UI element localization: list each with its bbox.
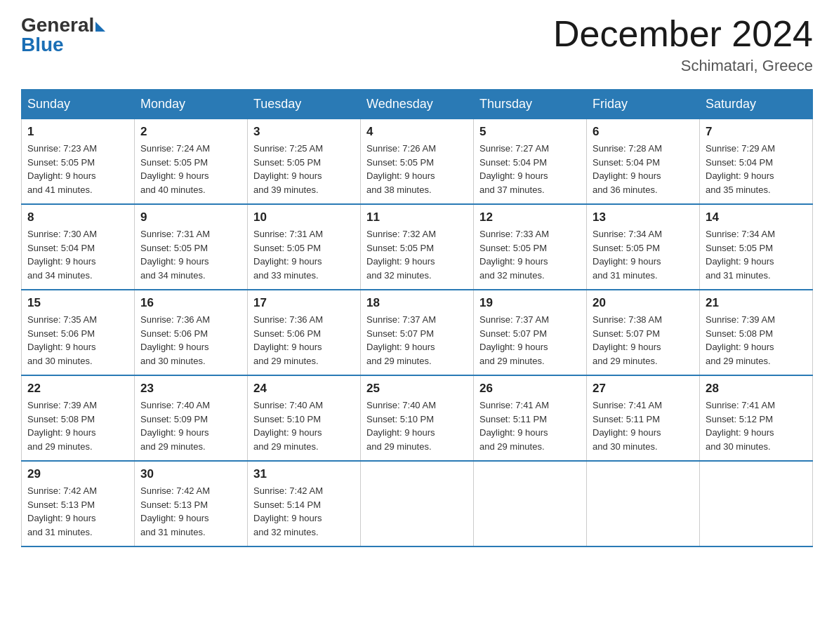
- header-row: Sunday Monday Tuesday Wednesday Thursday…: [22, 90, 813, 119]
- calendar-cell: 10 Sunrise: 7:31 AM Sunset: 5:05 PM Dayl…: [248, 204, 361, 290]
- calendar-cell: 16 Sunrise: 7:36 AM Sunset: 5:06 PM Dayl…: [135, 290, 248, 375]
- calendar-cell: 5 Sunrise: 7:27 AM Sunset: 5:04 PM Dayli…: [474, 119, 587, 205]
- calendar-cell: 18 Sunrise: 7:37 AM Sunset: 5:07 PM Dayl…: [361, 290, 474, 375]
- day-number: 18: [366, 296, 468, 310]
- day-number: 26: [479, 382, 581, 396]
- header-friday: Friday: [587, 90, 700, 119]
- calendar-cell: 19 Sunrise: 7:37 AM Sunset: 5:07 PM Dayl…: [474, 290, 587, 375]
- day-number: 20: [593, 296, 694, 310]
- day-number: 30: [140, 467, 241, 481]
- day-info: Sunrise: 7:34 AM Sunset: 5:05 PM Dayligh…: [593, 227, 694, 282]
- day-number: 4: [366, 125, 468, 139]
- day-info: Sunrise: 7:27 AM Sunset: 5:04 PM Dayligh…: [479, 142, 581, 196]
- day-info: Sunrise: 7:31 AM Sunset: 5:05 PM Dayligh…: [253, 227, 355, 282]
- calendar-cell: 17 Sunrise: 7:36 AM Sunset: 5:06 PM Dayl…: [248, 290, 361, 375]
- calendar-cell: 28 Sunrise: 7:41 AM Sunset: 5:12 PM Dayl…: [700, 375, 813, 461]
- day-number: 31: [253, 467, 355, 481]
- calendar-cell: 24 Sunrise: 7:40 AM Sunset: 5:10 PM Dayl…: [248, 375, 361, 461]
- day-number: 8: [27, 210, 128, 224]
- day-number: 15: [27, 296, 128, 310]
- title-section: December 2024 Schimatari, Greece: [553, 14, 813, 75]
- calendar-cell: 3 Sunrise: 7:25 AM Sunset: 5:05 PM Dayli…: [248, 119, 361, 205]
- calendar-cell: [587, 461, 700, 546]
- calendar-cell: 12 Sunrise: 7:33 AM Sunset: 5:05 PM Dayl…: [474, 204, 587, 290]
- day-info: Sunrise: 7:41 AM Sunset: 5:11 PM Dayligh…: [593, 398, 694, 453]
- day-number: 23: [140, 382, 241, 396]
- day-info: Sunrise: 7:42 AM Sunset: 5:13 PM Dayligh…: [140, 484, 241, 539]
- calendar-cell: 31 Sunrise: 7:42 AM Sunset: 5:14 PM Dayl…: [248, 461, 361, 546]
- calendar-week-row: 29 Sunrise: 7:42 AM Sunset: 5:13 PM Dayl…: [22, 461, 813, 546]
- day-number: 16: [140, 296, 241, 310]
- day-number: 3: [253, 125, 355, 139]
- day-info: Sunrise: 7:23 AM Sunset: 5:05 PM Dayligh…: [27, 142, 128, 196]
- day-info: Sunrise: 7:39 AM Sunset: 5:08 PM Dayligh…: [706, 313, 807, 368]
- day-number: 22: [27, 382, 128, 396]
- calendar-table: Sunday Monday Tuesday Wednesday Thursday…: [21, 89, 813, 547]
- calendar-cell: 14 Sunrise: 7:34 AM Sunset: 5:05 PM Dayl…: [700, 204, 813, 290]
- day-number: 17: [253, 296, 355, 310]
- calendar-cell: [474, 461, 587, 546]
- calendar-cell: 30 Sunrise: 7:42 AM Sunset: 5:13 PM Dayl…: [135, 461, 248, 546]
- calendar-cell: 22 Sunrise: 7:39 AM Sunset: 5:08 PM Dayl…: [22, 375, 135, 461]
- day-number: 1: [27, 125, 128, 139]
- day-number: 2: [140, 125, 241, 139]
- day-info: Sunrise: 7:36 AM Sunset: 5:06 PM Dayligh…: [253, 313, 355, 368]
- day-info: Sunrise: 7:31 AM Sunset: 5:05 PM Dayligh…: [140, 227, 241, 282]
- day-info: Sunrise: 7:41 AM Sunset: 5:11 PM Dayligh…: [479, 398, 581, 453]
- logo-arrow-icon: [95, 22, 105, 32]
- day-number: 11: [366, 210, 468, 224]
- calendar-cell: 20 Sunrise: 7:38 AM Sunset: 5:07 PM Dayl…: [587, 290, 700, 375]
- calendar-cell: [700, 461, 813, 546]
- calendar-cell: 11 Sunrise: 7:32 AM Sunset: 5:05 PM Dayl…: [361, 204, 474, 290]
- calendar-cell: 4 Sunrise: 7:26 AM Sunset: 5:05 PM Dayli…: [361, 119, 474, 205]
- calendar-cell: 8 Sunrise: 7:30 AM Sunset: 5:04 PM Dayli…: [22, 204, 135, 290]
- header-sunday: Sunday: [22, 90, 135, 119]
- day-info: Sunrise: 7:41 AM Sunset: 5:12 PM Dayligh…: [706, 398, 807, 453]
- month-title: December 2024: [553, 14, 813, 54]
- header-tuesday: Tuesday: [248, 90, 361, 119]
- day-number: 25: [366, 382, 468, 396]
- calendar-cell: 1 Sunrise: 7:23 AM Sunset: 5:05 PM Dayli…: [22, 119, 135, 205]
- day-number: 12: [479, 210, 581, 224]
- day-number: 13: [593, 210, 694, 224]
- day-info: Sunrise: 7:40 AM Sunset: 5:09 PM Dayligh…: [140, 398, 241, 453]
- logo-blue: Blue: [21, 34, 64, 56]
- day-info: Sunrise: 7:39 AM Sunset: 5:08 PM Dayligh…: [27, 398, 128, 453]
- day-number: 28: [706, 382, 807, 396]
- day-info: Sunrise: 7:37 AM Sunset: 5:07 PM Dayligh…: [366, 313, 468, 368]
- day-info: Sunrise: 7:33 AM Sunset: 5:05 PM Dayligh…: [479, 227, 581, 282]
- day-number: 21: [706, 296, 807, 310]
- calendar-cell: 29 Sunrise: 7:42 AM Sunset: 5:13 PM Dayl…: [22, 461, 135, 546]
- day-info: Sunrise: 7:40 AM Sunset: 5:10 PM Dayligh…: [366, 398, 468, 453]
- day-number: 5: [479, 125, 581, 139]
- day-number: 10: [253, 210, 355, 224]
- calendar-week-row: 1 Sunrise: 7:23 AM Sunset: 5:05 PM Dayli…: [22, 119, 813, 205]
- calendar-cell: 15 Sunrise: 7:35 AM Sunset: 5:06 PM Dayl…: [22, 290, 135, 375]
- location: Schimatari, Greece: [553, 57, 813, 75]
- calendar-cell: 21 Sunrise: 7:39 AM Sunset: 5:08 PM Dayl…: [700, 290, 813, 375]
- calendar-week-row: 8 Sunrise: 7:30 AM Sunset: 5:04 PM Dayli…: [22, 204, 813, 290]
- day-info: Sunrise: 7:38 AM Sunset: 5:07 PM Dayligh…: [593, 313, 694, 368]
- day-number: 14: [706, 210, 807, 224]
- day-info: Sunrise: 7:24 AM Sunset: 5:05 PM Dayligh…: [140, 142, 241, 196]
- day-info: Sunrise: 7:30 AM Sunset: 5:04 PM Dayligh…: [27, 227, 128, 282]
- day-info: Sunrise: 7:26 AM Sunset: 5:05 PM Dayligh…: [366, 142, 468, 196]
- header-monday: Monday: [135, 90, 248, 119]
- day-info: Sunrise: 7:28 AM Sunset: 5:04 PM Dayligh…: [593, 142, 694, 196]
- calendar-cell: 25 Sunrise: 7:40 AM Sunset: 5:10 PM Dayl…: [361, 375, 474, 461]
- calendar-body: 1 Sunrise: 7:23 AM Sunset: 5:05 PM Dayli…: [22, 119, 813, 547]
- calendar-cell: 7 Sunrise: 7:29 AM Sunset: 5:04 PM Dayli…: [700, 119, 813, 205]
- calendar-cell: 23 Sunrise: 7:40 AM Sunset: 5:09 PM Dayl…: [135, 375, 248, 461]
- day-info: Sunrise: 7:35 AM Sunset: 5:06 PM Dayligh…: [27, 313, 128, 368]
- day-info: Sunrise: 7:36 AM Sunset: 5:06 PM Dayligh…: [140, 313, 241, 368]
- calendar-cell: 6 Sunrise: 7:28 AM Sunset: 5:04 PM Dayli…: [587, 119, 700, 205]
- day-number: 27: [593, 382, 694, 396]
- header-wednesday: Wednesday: [361, 90, 474, 119]
- calendar-cell: [361, 461, 474, 546]
- day-info: Sunrise: 7:29 AM Sunset: 5:04 PM Dayligh…: [706, 142, 807, 196]
- header-thursday: Thursday: [474, 90, 587, 119]
- day-info: Sunrise: 7:37 AM Sunset: 5:07 PM Dayligh…: [479, 313, 581, 368]
- day-info: Sunrise: 7:34 AM Sunset: 5:05 PM Dayligh…: [706, 227, 807, 282]
- day-info: Sunrise: 7:40 AM Sunset: 5:10 PM Dayligh…: [253, 398, 355, 453]
- day-number: 9: [140, 210, 241, 224]
